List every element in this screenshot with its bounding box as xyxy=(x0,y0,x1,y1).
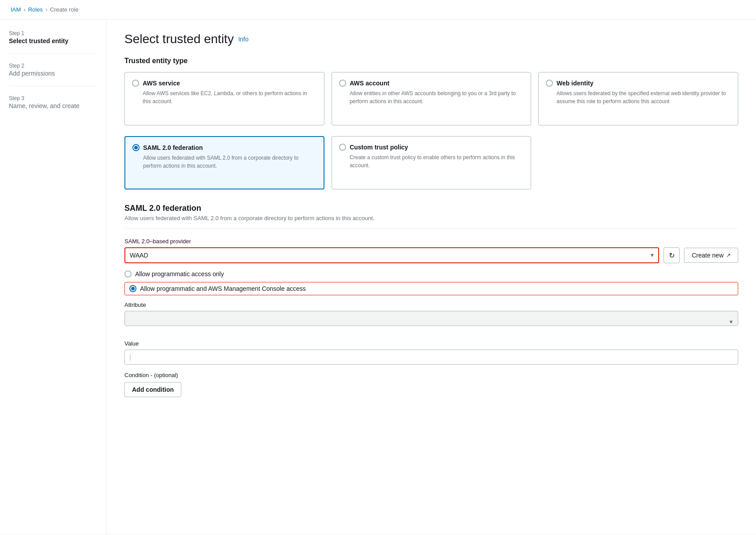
entity-card-saml-desc: Allow users federated with SAML 2.0 from… xyxy=(132,154,316,170)
page-title-row: Select trusted entity Info xyxy=(124,32,738,46)
breadcrumb-current: Create role xyxy=(50,6,78,13)
provider-select[interactable]: WAAD xyxy=(124,247,659,263)
value-input[interactable] xyxy=(124,350,738,365)
create-new-button[interactable]: Create new ↗ xyxy=(684,248,738,263)
page-title: Select trusted entity xyxy=(124,32,234,46)
sidebar-step-2: Step 2 Add permissions xyxy=(9,63,97,86)
provider-row: WAAD ▼ ↻ Create new ↗ xyxy=(124,247,738,263)
refresh-button[interactable]: ↻ xyxy=(664,247,680,263)
entity-type-grid-row2: SAML 2.0 federation Allow users federate… xyxy=(124,136,738,189)
entity-card-web-identity-title: Web identity xyxy=(556,80,593,87)
entity-card-aws-account-desc: Allow entities in other AWS accounts bel… xyxy=(339,89,524,105)
saml-divider xyxy=(124,229,738,229)
saml-section-desc: Allow users federated with SAML 2.0 from… xyxy=(124,215,738,221)
breadcrumb-iam[interactable]: IAM xyxy=(11,6,21,13)
entity-card-aws-service-header: AWS service xyxy=(132,80,317,87)
provider-select-wrapper: WAAD ▼ xyxy=(124,247,659,263)
attribute-select-wrapper: ▼ xyxy=(124,311,738,333)
access-option-programmatic-console[interactable]: Allow programmatic and AWS Management Co… xyxy=(124,282,738,295)
step-1-number: Step 1 xyxy=(9,30,97,36)
access-option-programmatic-console-label: Allow programmatic and AWS Management Co… xyxy=(140,285,306,292)
entity-card-aws-service-title: AWS service xyxy=(143,80,180,87)
step-3-number: Step 3 xyxy=(9,95,97,101)
sidebar-step-1: Step 1 Select trusted entity xyxy=(9,30,97,54)
saml-section-title: SAML 2.0 federation xyxy=(124,204,738,213)
entity-card-web-identity-header: Web identity xyxy=(546,80,731,87)
entity-grid-empty-cell xyxy=(538,136,738,189)
create-new-label: Create new xyxy=(692,252,724,259)
sidebar: Step 1 Select trusted entity Step 2 Add … xyxy=(0,20,107,535)
radio-programmatic-console xyxy=(129,285,136,292)
entity-card-aws-service[interactable]: AWS service Allow AWS services like EC2,… xyxy=(124,72,324,125)
entity-card-saml-federation[interactable]: SAML 2.0 federation Allow users federate… xyxy=(124,136,324,189)
radio-web-identity xyxy=(546,80,553,87)
step-1-label: Select trusted entity xyxy=(9,37,97,44)
value-label: Value xyxy=(124,340,738,347)
entity-card-custom-trust-header: Custom trust policy xyxy=(339,144,524,151)
entity-card-aws-account-title: AWS account xyxy=(350,80,389,87)
trusted-entity-type-title: Trusted entity type xyxy=(124,57,738,65)
entity-card-custom-trust[interactable]: Custom trust policy Create a custom trus… xyxy=(332,136,532,189)
radio-custom-trust xyxy=(339,144,346,151)
step-3-label: Name, review, and create xyxy=(9,102,97,109)
provider-label: SAML 2.0–based provider xyxy=(124,238,738,245)
info-link[interactable]: Info xyxy=(238,36,248,43)
add-condition-button[interactable]: Add condition xyxy=(124,382,181,397)
attribute-select[interactable] xyxy=(124,311,738,326)
main-content: Select trusted entity Info Trusted entit… xyxy=(107,20,756,535)
radio-saml-federation xyxy=(132,144,140,151)
breadcrumb-roles[interactable]: Roles xyxy=(28,6,43,13)
breadcrumb: IAM › Roles › Create role xyxy=(0,0,756,20)
entity-type-grid-row1: AWS service Allow AWS services like EC2,… xyxy=(124,72,738,125)
entity-card-custom-trust-title: Custom trust policy xyxy=(350,144,408,151)
attribute-label: Attribute xyxy=(124,302,738,308)
access-option-programmatic-only-label: Allow programmatic access only xyxy=(135,270,224,278)
entity-card-web-identity[interactable]: Web identity Allows users federated by t… xyxy=(538,72,738,125)
entity-card-web-identity-desc: Allows users federated by the specified … xyxy=(546,89,731,105)
entity-card-aws-service-desc: Allow AWS services like EC2, Lambda, or … xyxy=(132,89,317,105)
saml-section: SAML 2.0 federation Allow users federate… xyxy=(124,204,738,397)
entity-card-saml-title: SAML 2.0 federation xyxy=(143,144,203,151)
radio-aws-service xyxy=(132,80,139,87)
entity-card-saml-header: SAML 2.0 federation xyxy=(132,144,316,151)
step-2-number: Step 2 xyxy=(9,63,97,69)
breadcrumb-sep-2: › xyxy=(45,7,47,13)
step-2-label: Add permissions xyxy=(9,70,97,77)
breadcrumb-sep-1: › xyxy=(24,7,25,13)
radio-programmatic-only xyxy=(124,270,132,278)
entity-card-aws-account-header: AWS account xyxy=(339,80,524,87)
entity-card-custom-trust-desc: Create a custom trust policy to enable o… xyxy=(339,153,524,169)
external-link-icon: ↗ xyxy=(726,252,731,258)
entity-card-aws-account[interactable]: AWS account Allow entities in other AWS … xyxy=(332,72,532,125)
access-option-programmatic-only[interactable]: Allow programmatic access only xyxy=(124,270,738,278)
sidebar-step-3: Step 3 Name, review, and create xyxy=(9,95,97,118)
condition-label: Condition - (optional) xyxy=(124,372,738,378)
radio-aws-account xyxy=(339,80,346,87)
